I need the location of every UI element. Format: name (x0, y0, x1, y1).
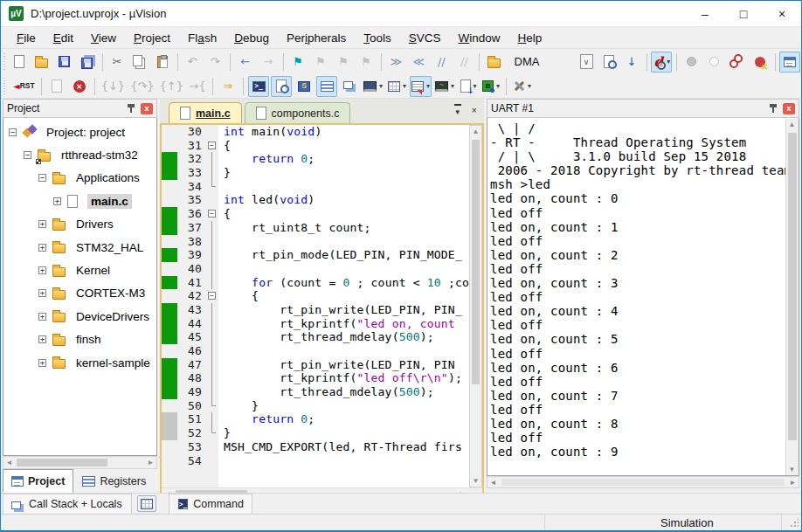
uart-vscrollbar[interactable]: ▲ ▼ (785, 119, 799, 475)
tab-project[interactable]: Project (3, 469, 73, 493)
menu-tools[interactable]: Tools (355, 29, 400, 47)
menu-edit[interactable]: Edit (45, 29, 82, 47)
system-viewer-button[interactable]: ▾ (481, 76, 501, 97)
tree-item-applications[interactable]: −Applications (3, 167, 156, 190)
menu-peripherals[interactable]: Peripherals (278, 29, 355, 47)
menu-svcs[interactable]: SVCS (400, 29, 450, 47)
uart-terminal[interactable]: \ | /- RT - Thread Operating System / | … (487, 118, 799, 476)
watch-window-button[interactable]: ▾ (410, 76, 432, 97)
undo-button[interactable]: ↶ (182, 52, 203, 73)
find-in-files-dialog-button[interactable] (598, 52, 619, 73)
tree-item-main-c[interactable]: +main.c (3, 190, 156, 212)
project-window-button[interactable] (779, 52, 800, 73)
scroll-up-icon[interactable]: ▲ (786, 119, 798, 130)
toggle-bookmark-button[interactable]: ⚑ (287, 52, 308, 73)
scroll-up-icon[interactable]: ▲ (470, 126, 481, 137)
analysis-window-button[interactable] (339, 76, 360, 97)
fold-margin[interactable]: − (207, 289, 218, 303)
tree-item-kernel-sample[interactable]: +kernel-sample (3, 351, 156, 374)
trace-window-button[interactable]: ▾ (458, 76, 479, 97)
pin-icon[interactable] (127, 103, 135, 114)
tab-list-icon[interactable]: ▼ (454, 104, 461, 119)
expand-icon[interactable]: + (53, 197, 61, 205)
open-file-button[interactable] (31, 52, 52, 73)
expand-icon[interactable]: + (38, 359, 46, 367)
memory-window-dropdown-icon[interactable]: ▾ (403, 82, 406, 90)
tree-item-devicedrivers[interactable]: +DeviceDrivers (3, 305, 156, 328)
enable-disable-breakpoint-button[interactable] (704, 52, 725, 73)
tree-item-stm32-hal[interactable]: +STM32_HAL (3, 236, 156, 259)
editor-tab-main-c[interactable]: main.c (169, 102, 242, 123)
disable-all-breakpoints-button[interactable] (727, 52, 748, 73)
menu-window[interactable]: Window (450, 29, 509, 47)
minimize-button[interactable]: – (686, 1, 724, 26)
tree-item-cortex-m3[interactable]: +CORTEX-M3 (3, 282, 156, 305)
close-tab-icon[interactable]: × (472, 104, 477, 119)
menu-debug[interactable]: Debug (225, 29, 278, 47)
collapse-icon[interactable]: − (38, 174, 46, 182)
scroll-left-icon[interactable]: ◄ (3, 457, 15, 468)
system-viewer-dropdown-icon[interactable]: ▾ (496, 82, 500, 90)
collapse-icon[interactable]: − (9, 128, 17, 136)
incremental-find-button[interactable]: ↓ (621, 52, 642, 73)
scrollbar-thumb[interactable] (17, 459, 107, 466)
callstack-tab[interactable]: Call Stack + Locals (3, 494, 132, 514)
unindent-button[interactable]: ≪ (408, 52, 429, 73)
menu-help[interactable]: Help (509, 29, 551, 47)
reset-cpu-button[interactable]: ◄RST (11, 76, 37, 97)
system-analyzer-dropdown-icon[interactable]: ▾ (451, 82, 454, 90)
toolbar-grip[interactable] (3, 53, 5, 71)
code-area[interactable]: 30int main(void)31−{32 return 0;33}3435i… (162, 125, 482, 487)
close-uart-panel-button[interactable]: x (783, 103, 795, 114)
memory-button[interactable] (137, 495, 156, 512)
search-combobox[interactable]: DMA (509, 53, 571, 71)
collapse-icon[interactable]: − (24, 151, 31, 159)
scroll-down-icon[interactable]: ▼ (786, 464, 798, 475)
watch-window-dropdown-icon[interactable]: ▾ (426, 82, 430, 90)
search-dropdown-button[interactable]: ∨ (576, 52, 597, 73)
start-stop-debug-button[interactable]: d▾ (651, 52, 672, 73)
resize-grip[interactable] (790, 519, 799, 528)
navigate-back-button[interactable]: ← (235, 52, 256, 73)
tree-item-rtthread-stm32[interactable]: −rtthread-stm32 (3, 143, 156, 166)
uncomment-selection-button[interactable]: // (453, 52, 474, 73)
project-hscrollbar[interactable]: ◄ ► (3, 456, 157, 469)
tab-registers[interactable]: Registers (73, 469, 155, 493)
save-button[interactable] (54, 52, 75, 73)
project-tree[interactable]: −Project: project−rtthread-stm32−Applica… (3, 118, 157, 456)
scroll-down-icon[interactable]: ▼ (470, 475, 481, 487)
step-out-button[interactable]: {↑} (158, 76, 185, 97)
menu-project[interactable]: Project (125, 29, 179, 47)
expand-icon[interactable]: + (38, 220, 46, 228)
expand-icon[interactable]: + (38, 244, 46, 252)
tree-item-project-project[interactable]: −Project: project (3, 121, 156, 143)
menu-file[interactable]: File (8, 29, 45, 47)
tree-item-drivers[interactable]: +Drivers (3, 213, 156, 236)
menu-flash[interactable]: Flash (179, 29, 225, 47)
navigate-forward-button[interactable]: → (258, 52, 279, 73)
tree-item-finsh[interactable]: +finsh (3, 328, 156, 351)
expand-icon[interactable]: + (38, 335, 46, 343)
clear-all-bookmarks-button[interactable]: ⚑ (356, 52, 377, 73)
indent-button[interactable]: ≫ (385, 52, 406, 73)
scroll-right-icon[interactable]: ► (145, 457, 156, 468)
stop-button[interactable]: × (69, 76, 90, 97)
uart-hscrollbar[interactable]: ◄ ► (487, 476, 799, 488)
pin-icon[interactable] (769, 103, 778, 114)
close-project-panel-button[interactable]: x (141, 103, 153, 114)
comment-selection-button[interactable]: // (431, 52, 452, 73)
disassembly-window-button[interactable] (271, 76, 292, 97)
memory-window-button[interactable]: ▾ (386, 76, 408, 97)
run-button[interactable] (46, 76, 67, 97)
expand-icon[interactable]: + (38, 313, 46, 321)
expand-icon[interactable]: + (38, 289, 46, 297)
paste-button[interactable] (152, 52, 173, 73)
fold-margin[interactable]: − (207, 207, 218, 221)
expand-icon[interactable]: + (38, 266, 46, 274)
show-next-statement-button[interactable]: ⇒ (218, 76, 239, 97)
toolbar-grip[interactable] (3, 78, 8, 95)
step-into-button[interactable]: {↓} (100, 76, 127, 97)
find-in-files-button[interactable] (484, 52, 505, 73)
logic-analyzer-dropdown-icon[interactable]: ▾ (379, 82, 383, 90)
scrollbar-thumb[interactable] (472, 140, 480, 384)
